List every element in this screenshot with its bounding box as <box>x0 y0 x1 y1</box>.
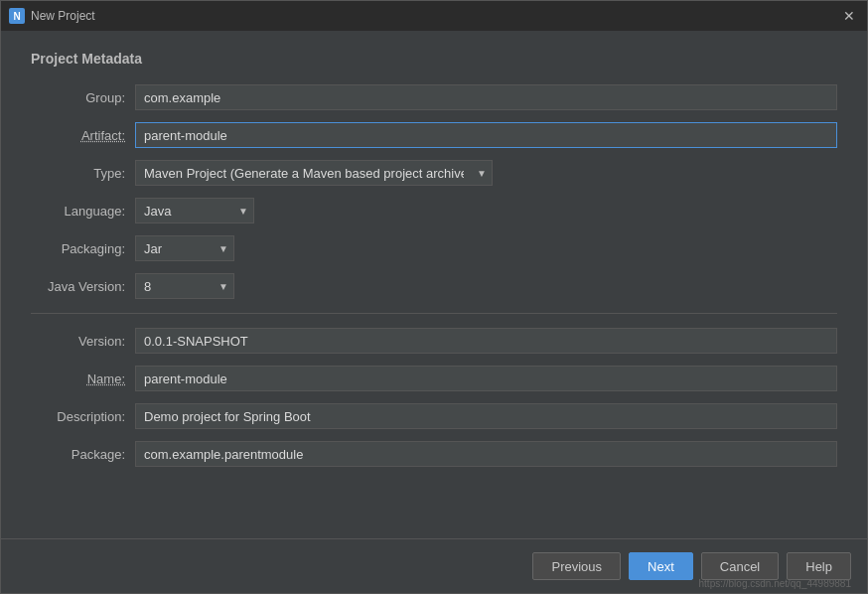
java-version-row: Java Version: 8 11 17 21 ▼ <box>31 273 837 299</box>
new-project-dialog: N New Project ✕ Project Metadata Group: … <box>0 0 868 594</box>
packaging-select-wrapper: Jar War ▼ <box>135 235 234 261</box>
packaging-label: Packaging: <box>31 241 135 256</box>
package-row: Package: <box>31 441 837 467</box>
dialog-content: Project Metadata Group: Artifact: Type: … <box>1 31 867 538</box>
type-select[interactable]: Maven Project (Generate a Maven based pr… <box>135 160 493 186</box>
description-row: Description: <box>31 403 837 429</box>
package-input[interactable] <box>135 441 837 467</box>
name-row: Name: <box>31 366 837 391</box>
name-label: Name: <box>31 371 135 386</box>
type-select-wrapper: Maven Project (Generate a Maven based pr… <box>135 160 493 186</box>
url-text: https://blog.csdn.net/qq_44989881 <box>699 578 851 589</box>
title-bar: N New Project ✕ <box>1 1 867 31</box>
artifact-row: Artifact: <box>31 122 837 148</box>
version-input[interactable] <box>135 328 837 354</box>
help-button[interactable]: Help <box>787 552 851 580</box>
package-label: Package: <box>31 447 135 462</box>
name-input[interactable] <box>135 366 837 391</box>
group-label: Group: <box>31 90 135 105</box>
language-row: Language: Java Kotlin Groovy ▼ <box>31 198 837 223</box>
dialog-footer: Previous Next Cancel Help https://blog.c… <box>1 538 867 593</box>
next-button[interactable]: Next <box>629 552 693 580</box>
java-version-select[interactable]: 8 11 17 21 <box>135 273 234 299</box>
java-version-select-wrapper: 8 11 17 21 ▼ <box>135 273 234 299</box>
previous-button[interactable]: Previous <box>532 552 621 580</box>
app-icon: N <box>9 8 25 24</box>
artifact-input[interactable] <box>135 122 837 148</box>
java-version-label: Java Version: <box>31 279 135 294</box>
packaging-select[interactable]: Jar War <box>135 235 234 261</box>
type-label: Type: <box>31 166 135 181</box>
group-input[interactable] <box>135 84 837 110</box>
dialog-title: New Project <box>31 9 95 23</box>
type-row: Type: Maven Project (Generate a Maven ba… <box>31 160 837 186</box>
description-input[interactable] <box>135 403 837 429</box>
cancel-button[interactable]: Cancel <box>701 552 779 580</box>
version-label: Version: <box>31 334 135 349</box>
language-label: Language: <box>31 204 135 219</box>
language-select[interactable]: Java Kotlin Groovy <box>135 198 254 223</box>
close-button[interactable]: ✕ <box>839 6 859 26</box>
separator <box>31 313 837 314</box>
artifact-label: Artifact: <box>31 128 135 143</box>
description-label: Description: <box>31 409 135 424</box>
version-row: Version: <box>31 328 837 354</box>
section-title: Project Metadata <box>31 51 837 67</box>
title-bar-left: N New Project <box>9 8 95 24</box>
language-select-wrapper: Java Kotlin Groovy ▼ <box>135 198 254 223</box>
group-row: Group: <box>31 84 837 110</box>
packaging-row: Packaging: Jar War ▼ <box>31 235 837 261</box>
